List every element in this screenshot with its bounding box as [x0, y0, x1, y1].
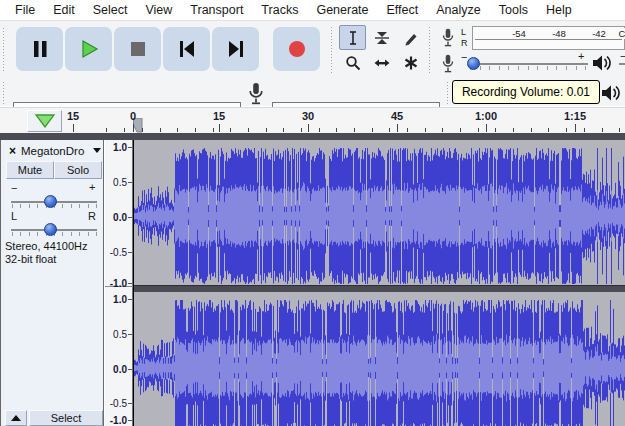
menu-item-tracks[interactable]: Tracks	[252, 0, 307, 20]
waveform-channel-left[interactable]	[133, 140, 625, 285]
recording-device-mic-icon	[247, 82, 265, 110]
menu-item-transport[interactable]: Transport	[181, 0, 252, 20]
timeline-major-tick	[308, 124, 309, 132]
vruler-tick	[128, 403, 132, 404]
solo-button[interactable]: Solo	[54, 161, 102, 179]
menu-item-help[interactable]: Help	[537, 0, 581, 20]
solo-label: Solo	[67, 164, 89, 176]
track-select-button[interactable]: Select	[29, 410, 103, 426]
pause-button[interactable]	[16, 27, 63, 71]
timeline-major-tick	[486, 124, 487, 132]
meter-toolbar-grip[interactable]	[428, 26, 432, 74]
playback-volume-slider-track[interactable]	[619, 63, 625, 65]
timeline-label: 1:00	[475, 110, 497, 122]
timeline-minor-tick	[602, 128, 603, 132]
stop-button[interactable]	[114, 27, 161, 71]
mute-button[interactable]: Mute	[6, 161, 54, 179]
selection-tool-button[interactable]	[339, 25, 366, 50]
waveform-channel-right[interactable]	[133, 292, 625, 426]
timeline-ruler[interactable]: 1501530451:001:15	[0, 107, 625, 133]
timeline-label: 15	[213, 110, 225, 122]
skip-to-end-button[interactable]	[212, 27, 259, 71]
vruler-label: -0.5	[110, 398, 127, 409]
mute-label: Mute	[18, 164, 42, 176]
menu-item-select[interactable]: Select	[84, 0, 137, 20]
timeline-minor-tick	[478, 128, 479, 132]
menu-item-view[interactable]: View	[136, 0, 181, 20]
skip-to-start-button[interactable]	[163, 27, 210, 71]
zoom-tool-icon	[345, 55, 361, 71]
pinned-play-head-icon	[34, 114, 56, 128]
device-toolbar-grip[interactable]	[2, 81, 6, 105]
timeline-major-tick	[219, 124, 220, 132]
vruler-tick	[128, 369, 132, 370]
timeline-minor-tick	[142, 128, 143, 132]
time-shift-tool-button[interactable]	[368, 50, 395, 75]
recording-volume-speaker-icon[interactable]	[601, 84, 623, 106]
envelope-tool-button[interactable]	[368, 25, 395, 50]
pan-left-label: L	[11, 210, 17, 222]
timeline-minor-tick	[124, 128, 125, 132]
gain-min-label: −	[11, 182, 17, 194]
track-top-border	[0, 133, 625, 140]
menu-item-file[interactable]: File	[6, 0, 44, 20]
draw-tool-button[interactable]	[397, 25, 424, 50]
mixer-toolbar-grip[interactable]	[446, 81, 450, 105]
vruler-tick	[128, 182, 132, 183]
track-name-menu[interactable]: MegatonDro	[21, 143, 103, 158]
pan-slider-thumb[interactable]	[44, 223, 57, 236]
timeline-minor-tick	[548, 128, 549, 132]
vruler-tick	[128, 217, 132, 218]
vruler-label: -1.0	[110, 415, 127, 426]
play-button[interactable]	[65, 27, 112, 71]
playback-speaker-button[interactable]	[592, 54, 614, 76]
meter-right-channel-label: R	[461, 39, 468, 48]
recording-volume-slider-thumb[interactable]	[467, 57, 480, 70]
menu-item-effect[interactable]: Effect	[378, 0, 428, 20]
zoom-tool-button[interactable]	[339, 50, 366, 75]
track-collapse-button[interactable]	[5, 410, 27, 426]
meter-scale-label: -42	[591, 28, 607, 39]
menu-item-edit[interactable]: Edit	[44, 0, 84, 20]
record-button[interactable]	[273, 27, 320, 71]
channel-divider-bar	[133, 285, 625, 292]
recording-volume-tooltip: Recording Volume: 0.01	[452, 80, 600, 104]
gain-slider-thumb[interactable]	[44, 195, 57, 208]
waveform-area[interactable]	[133, 140, 625, 426]
meter-scale-label: C	[618, 28, 625, 39]
microphone-icon	[441, 28, 455, 48]
microphone-icon	[441, 54, 455, 74]
transport-toolbar-grip[interactable]	[2, 27, 6, 73]
timeline-minor-tick	[336, 128, 337, 132]
speaker-icon	[592, 54, 614, 72]
menu-item-analyze[interactable]: Analyze	[427, 0, 489, 20]
track-format-line1: Stereo, 44100Hz	[5, 240, 88, 252]
skip-to-end-icon	[226, 39, 246, 59]
timeline-minor-tick	[442, 128, 443, 132]
vruler-tick	[128, 334, 132, 335]
tools-toolbar-grip[interactable]	[330, 26, 334, 74]
skip-to-start-icon	[177, 39, 197, 59]
vruler-label: 0.5	[113, 177, 127, 188]
pinned-play-head-button[interactable]	[27, 110, 62, 132]
timeline-minor-tick	[213, 128, 214, 132]
envelope-tool-icon	[374, 30, 390, 46]
vertical-scale-ruler[interactable]: 1.00.50.0-0.5-1.01.00.50.0-0.5-1.0	[105, 140, 133, 426]
draw-tool-icon	[403, 30, 419, 46]
record-meter-mic-button[interactable]	[436, 25, 460, 50]
recording-meter[interactable]: -54-48-42C	[472, 26, 625, 50]
menu-item-tools[interactable]: Tools	[490, 0, 537, 20]
recording-volume-slider-track[interactable]	[468, 63, 588, 65]
timeline-label: 45	[391, 110, 403, 122]
menu-item-generate[interactable]: Generate	[307, 0, 377, 20]
multi-tool-icon	[403, 55, 419, 71]
menu-bar: FileEditSelectViewTransportTracksGenerat…	[0, 0, 625, 20]
track-control-panel[interactable]: × MegatonDro Mute Solo − + L R Stereo, 4…	[0, 140, 104, 426]
playback-cursor-line	[133, 140, 134, 426]
record-icon	[287, 39, 307, 59]
timeline-label: 30	[302, 110, 314, 122]
select-label: Select	[51, 412, 82, 424]
multi-tool-button[interactable]	[397, 50, 424, 75]
track-close-button[interactable]: ×	[5, 143, 20, 158]
pan-right-label: R	[88, 210, 96, 222]
